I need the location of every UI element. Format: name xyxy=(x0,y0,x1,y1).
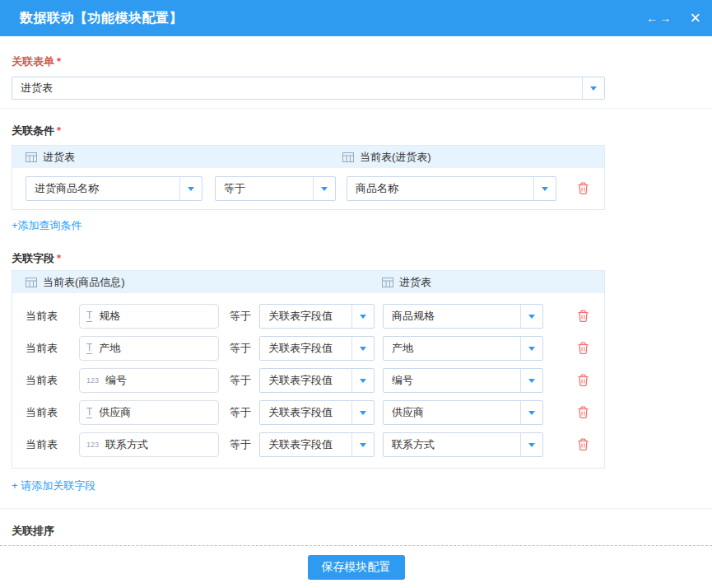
value-mode-select[interactable]: 关联表字段值 xyxy=(259,432,375,457)
value-mode-select[interactable]: 关联表字段值 xyxy=(259,304,375,329)
chevron-down-icon xyxy=(520,305,542,328)
select-value: 编号 xyxy=(384,373,520,388)
target-field-input[interactable]: T 供应商 xyxy=(79,400,219,425)
chevron-down-icon xyxy=(520,401,542,424)
header-text: 进货表 xyxy=(399,275,431,290)
operator-select[interactable]: 等于 xyxy=(215,176,336,201)
select-value: 产地 xyxy=(384,341,520,356)
trash-icon[interactable] xyxy=(577,342,589,355)
resize-arrows-icon[interactable]: ← → xyxy=(646,12,670,25)
text-type-icon: T xyxy=(86,343,92,354)
value-mode-select[interactable]: 关联表字段值 xyxy=(259,368,375,393)
chevron-down-icon xyxy=(520,433,542,456)
trash-icon[interactable] xyxy=(577,406,589,419)
table-icon xyxy=(382,278,393,287)
chevron-down-icon xyxy=(351,337,374,360)
chevron-down-icon xyxy=(520,337,542,360)
select-value: 商品规格 xyxy=(384,309,520,324)
chevron-down-icon xyxy=(351,433,374,456)
header-actions: ← → × xyxy=(646,9,700,27)
related-sort-label: 关联排序 xyxy=(12,524,712,539)
required-asterisk: * xyxy=(57,252,61,264)
value-mode-select[interactable]: 关联表字段值 xyxy=(259,336,375,361)
chevron-down-icon xyxy=(582,77,604,99)
source-field-select[interactable]: 供应商 xyxy=(383,400,543,425)
field-mapping-row: 当前表 123 联系方式 等于 关联表字段值 联系方式 xyxy=(26,432,591,457)
current-table-label: 当前表 xyxy=(26,437,79,452)
label-text: 关联表单 xyxy=(12,55,54,68)
current-table-label: 当前表 xyxy=(26,405,79,420)
select-value: 关联表字段值 xyxy=(260,373,351,388)
operator-label: 等于 xyxy=(230,309,254,324)
required-asterisk: * xyxy=(57,55,61,68)
label-text: 关联条件 xyxy=(12,124,54,137)
target-field-input[interactable]: 123 联系方式 xyxy=(79,432,219,457)
related-form-label: 关联表单* xyxy=(12,54,712,69)
chevron-down-icon xyxy=(313,177,335,200)
related-condition-label: 关联条件* xyxy=(12,124,712,138)
field-mapping-row: 当前表 T 产地 等于 关联表字段值 产地 xyxy=(26,336,591,361)
source-field-select[interactable]: 商品规格 xyxy=(383,304,543,329)
right-field-select[interactable]: 商品名称 xyxy=(347,176,556,201)
trash-icon[interactable] xyxy=(577,182,589,195)
field-name: 编号 xyxy=(105,373,127,388)
source-field-select[interactable]: 编号 xyxy=(383,368,543,393)
operator-label: 等于 xyxy=(230,437,254,452)
target-field-input[interactable]: 123 编号 xyxy=(79,368,219,393)
right-table-header: 当前表(进货表) xyxy=(342,150,431,165)
text-type-icon: T xyxy=(86,310,92,322)
select-value: 供应商 xyxy=(384,405,520,420)
save-module-config-button[interactable]: 保存模块配置 xyxy=(308,555,405,580)
field-mapping-rows: 当前表 T 规格 等于 关联表字段值 商品规格 xyxy=(12,293,604,468)
label-text: 关联排序 xyxy=(12,525,54,537)
dialog-body: 关联表单* 进货表 关联条件* 进货表 当前表(进货表) 进货商品名称 等 xyxy=(0,54,712,560)
trash-icon[interactable] xyxy=(577,374,589,387)
select-value: 关联表字段值 xyxy=(260,341,351,356)
trash-icon[interactable] xyxy=(577,310,589,323)
left-table-header: 当前表(商品信息) xyxy=(26,275,382,290)
source-field-select[interactable]: 联系方式 xyxy=(383,432,543,457)
select-value: 等于 xyxy=(216,181,313,196)
field-mapping-table: 当前表(商品信息) 进货表 当前表 T 规格 等于 关联表字段值 xyxy=(12,270,605,469)
close-icon[interactable]: × xyxy=(690,9,700,27)
select-value: 进货表 xyxy=(12,81,582,96)
left-table-header: 进货表 xyxy=(26,150,342,165)
table-icon xyxy=(342,152,354,162)
header-text: 当前表(商品信息) xyxy=(43,275,125,290)
field-mapping-row: 当前表 T 规格 等于 关联表字段值 商品规格 xyxy=(26,304,591,329)
source-field-select[interactable]: 产地 xyxy=(383,336,543,361)
select-value: 关联表字段值 xyxy=(260,437,351,452)
field-mapping-row: 当前表 123 编号 等于 关联表字段值 编号 xyxy=(26,368,591,393)
add-condition-link[interactable]: +添加查询条件 xyxy=(12,218,82,233)
dialog-footer: 保存模块配置 xyxy=(0,545,712,588)
left-field-select[interactable]: 进货商品名称 xyxy=(26,176,202,201)
target-field-input[interactable]: T 产地 xyxy=(79,336,219,361)
target-field-input[interactable]: T 规格 xyxy=(79,304,219,329)
current-table-label: 当前表 xyxy=(26,341,79,356)
condition-table: 进货表 当前表(进货表) 进货商品名称 等于 商品名称 xyxy=(12,145,605,210)
field-name: 产地 xyxy=(99,341,120,356)
select-value: 进货商品名称 xyxy=(26,181,179,196)
chevron-down-icon xyxy=(533,177,556,200)
select-value: 关联表字段值 xyxy=(260,309,351,324)
trash-icon[interactable] xyxy=(577,438,589,451)
add-field-link[interactable]: + 请添加关联字段 xyxy=(12,478,95,493)
related-form-select[interactable]: 进货表 xyxy=(12,77,605,100)
operator-label: 等于 xyxy=(230,373,254,388)
number-type-icon: 123 xyxy=(86,441,99,449)
header-text: 进货表 xyxy=(43,150,75,165)
required-asterisk: * xyxy=(57,124,61,137)
current-table-label: 当前表 xyxy=(26,309,79,324)
chevron-down-icon xyxy=(351,401,374,424)
condition-table-header: 进货表 当前表(进货表) xyxy=(12,146,604,168)
current-table-label: 当前表 xyxy=(26,373,79,388)
dialog-header: 数据联动【功能模块配置】 ← → × xyxy=(0,0,712,36)
table-icon xyxy=(26,278,37,287)
field-mapping-row: 当前表 T 供应商 等于 关联表字段值 供应商 xyxy=(26,400,591,425)
value-mode-select[interactable]: 关联表字段值 xyxy=(259,400,375,425)
chevron-down-icon xyxy=(351,369,374,392)
select-value: 商品名称 xyxy=(347,181,533,196)
divider xyxy=(0,508,712,509)
operator-label: 等于 xyxy=(230,405,254,420)
condition-row: 进货商品名称 等于 商品名称 xyxy=(12,168,604,209)
